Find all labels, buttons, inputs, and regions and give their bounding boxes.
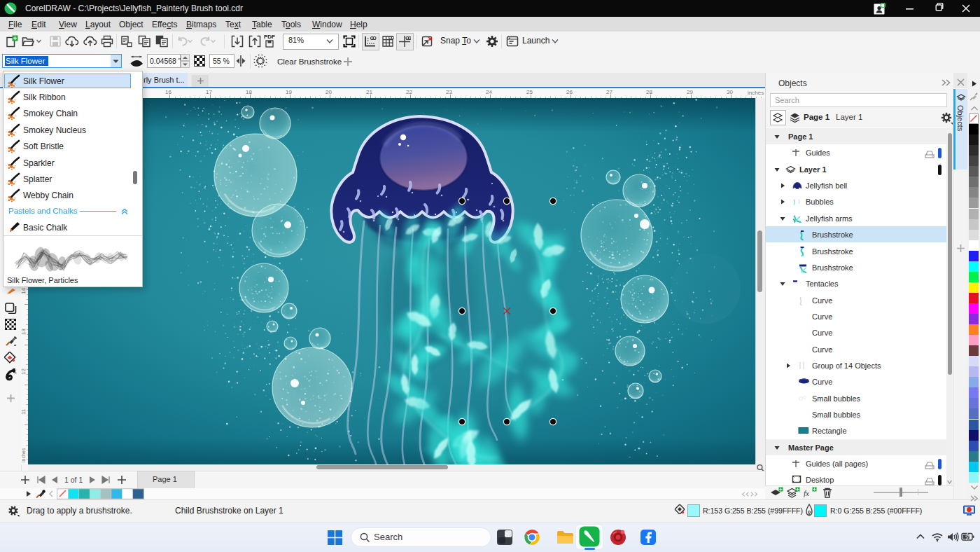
svg-text:fx: fx	[804, 489, 809, 497]
svg-text:1 of 1: 1 of 1	[64, 476, 83, 484]
